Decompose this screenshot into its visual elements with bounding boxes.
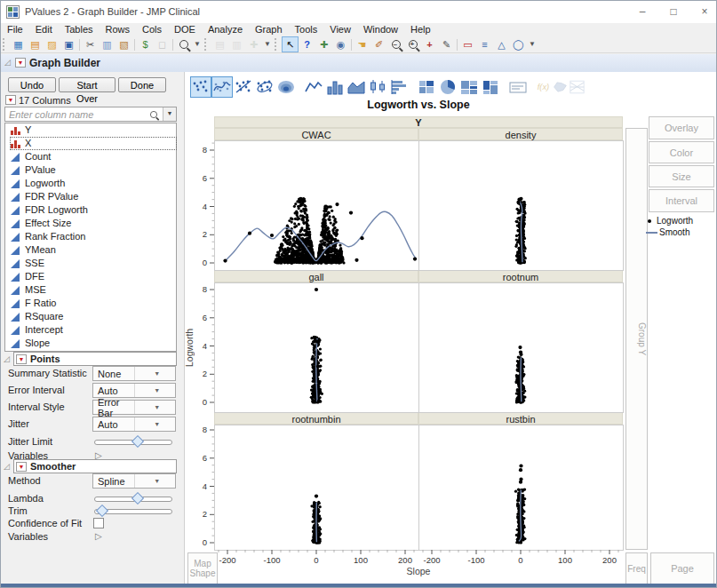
hand-icon[interactable]: ☚ xyxy=(354,36,370,52)
menu-tables[interactable]: Tables xyxy=(59,23,100,36)
close-button[interactable]: × xyxy=(689,1,717,23)
copy-icon[interactable]: ▥ xyxy=(99,36,116,52)
smoother-variables-disclosure-icon[interactable]: ▷ xyxy=(95,531,102,541)
line-element-icon[interactable] xyxy=(303,76,324,98)
box-plot-element-icon[interactable] xyxy=(367,76,388,98)
column-item-mse[interactable]: MSE xyxy=(10,283,177,297)
journal-icon[interactable]: ▤ xyxy=(27,36,44,52)
menu-window[interactable]: Window xyxy=(357,23,404,36)
column-item-x[interactable]: X xyxy=(10,137,177,150)
menu-analyze[interactable]: Analyze xyxy=(202,23,249,36)
overlay-dropzone[interactable]: Overlay xyxy=(649,116,714,139)
menu-tools[interactable]: Tools xyxy=(289,23,324,36)
brush-icon[interactable]: ✐ xyxy=(370,36,387,52)
more-icon[interactable]: ▼ xyxy=(262,36,273,52)
points-outline-icon[interactable]: ◿ xyxy=(4,354,10,363)
column-item-intercept[interactable]: Intercept xyxy=(10,323,177,337)
points-interval-style-select[interactable]: Error Bar▼ xyxy=(92,400,176,415)
column-item-fdr-pvalue[interactable]: FDR PValue xyxy=(10,190,177,203)
formula-element-icon[interactable]: f(x) xyxy=(535,76,552,98)
start-over-button[interactable]: Start Over xyxy=(59,77,116,92)
column-search-input[interactable] xyxy=(5,109,149,120)
column-item-ymean[interactable]: YMean xyxy=(10,243,177,257)
caption-box-element-icon[interactable] xyxy=(507,76,529,98)
column-item-logworth[interactable]: Logworth xyxy=(10,177,177,190)
column-item-pvalue[interactable]: PValue xyxy=(10,163,177,177)
globe-icon[interactable]: ◉ xyxy=(332,36,349,52)
smoother-red-triangle-icon[interactable]: ▼ xyxy=(16,462,27,472)
menu-view[interactable]: View xyxy=(323,23,357,36)
minimize-button[interactable]: – xyxy=(627,1,657,23)
bar-element-icon[interactable] xyxy=(324,76,346,98)
parallel-plot-element-icon[interactable] xyxy=(569,76,586,98)
freq-dropzone[interactable]: Freq xyxy=(625,552,648,584)
paste-icon[interactable]: ▧ xyxy=(116,36,132,52)
help-icon[interactable]: ? xyxy=(299,36,315,52)
ellipse-element-icon[interactable] xyxy=(254,76,275,98)
column-item-sse[interactable]: SSE xyxy=(10,257,177,270)
line-of-fit-element-icon[interactable] xyxy=(233,76,254,98)
column-item-slope[interactable]: Slope xyxy=(10,337,177,350)
search-dropdown-icon[interactable]: ▼ xyxy=(163,107,176,121)
smoother-method-select[interactable]: Spline▼ xyxy=(92,473,176,489)
smoother-confidence-of-fit-checkbox[interactable] xyxy=(93,518,104,528)
lock-icon[interactable]: ◻ xyxy=(154,36,171,52)
plus-icon[interactable]: + xyxy=(421,36,438,52)
red-triangle-menu-icon[interactable]: ▼ xyxy=(15,58,26,68)
search-icon[interactable] xyxy=(175,36,192,52)
plot-canvas[interactable]: 024680246802468-200-1000100200-200-10001… xyxy=(187,113,630,584)
open-icon[interactable]: ▨ xyxy=(44,36,60,52)
save-icon[interactable]: ▣ xyxy=(60,36,77,52)
contour-element-icon[interactable] xyxy=(275,76,297,98)
column-item-y[interactable]: Y xyxy=(10,123,177,137)
column-item-f-ratio[interactable]: F Ratio xyxy=(10,297,177,310)
smoother-outline-icon[interactable]: ◿ xyxy=(4,462,10,471)
maximize-button[interactable]: □ xyxy=(658,1,689,23)
outline-open-icon[interactable]: ◿ xyxy=(4,58,11,67)
cut-icon[interactable]: ✂ xyxy=(82,36,99,52)
save-journal-icon[interactable]: ▤ xyxy=(211,36,228,52)
column-item-rsquare[interactable]: RSquare xyxy=(10,310,177,323)
menu-rows[interactable]: Rows xyxy=(100,23,137,36)
points-element-icon[interactable] xyxy=(190,76,211,98)
arrow-icon[interactable]: ↖ xyxy=(282,36,299,52)
map-shape-dropzone[interactable]: Map Shape xyxy=(187,552,218,584)
column-item-effect-size[interactable]: Effect Size xyxy=(10,217,177,230)
copy-report-icon[interactable]: ▥ xyxy=(228,36,245,52)
annotate-oval-icon[interactable]: ◯ xyxy=(510,36,527,52)
menu-doe[interactable]: DOE xyxy=(168,23,202,36)
map-shapes-element-icon[interactable] xyxy=(552,76,569,98)
pencil-icon[interactable]: ✎ xyxy=(438,36,455,52)
excel-import-icon[interactable]: $ xyxy=(137,36,154,52)
more-icon[interactable]: ▼ xyxy=(527,36,538,52)
group-y-dropzone[interactable]: Group Y xyxy=(625,128,648,550)
annotate-shape-icon[interactable]: △ xyxy=(493,36,510,52)
done-button[interactable]: Done xyxy=(118,77,166,92)
area-element-icon[interactable] xyxy=(346,76,367,98)
heatmap-element-icon[interactable] xyxy=(416,76,437,98)
size-dropzone[interactable]: Size xyxy=(649,165,714,187)
zoom-out-icon[interactable]: – xyxy=(387,36,404,52)
points-summary-statistic-select[interactable]: None▼ xyxy=(92,366,176,381)
undo-button[interactable]: Undo xyxy=(8,77,56,92)
column-item-rank-fraction[interactable]: Rank Fraction xyxy=(10,230,177,243)
histogram-element-icon[interactable] xyxy=(388,76,410,98)
points-jitter-limit-slider[interactable] xyxy=(94,440,172,445)
smoother-trim-slider[interactable] xyxy=(94,509,172,514)
add-to-journal-icon[interactable]: ✚ xyxy=(245,36,262,52)
smoother-element-icon[interactable] xyxy=(211,76,233,98)
page-dropzone[interactable]: Page xyxy=(650,552,714,584)
mosaic-element-icon[interactable] xyxy=(480,76,501,98)
column-item-dfe[interactable]: DFE xyxy=(10,270,177,283)
pie-element-icon[interactable] xyxy=(437,76,458,98)
interval-dropzone[interactable]: Interval xyxy=(649,189,714,212)
menu-cols[interactable]: Cols xyxy=(136,23,168,36)
points-red-triangle-icon[interactable]: ▼ xyxy=(16,354,27,364)
legend-item-smooth[interactable]: Smooth xyxy=(646,226,715,238)
new-data-table-icon[interactable]: ▦ xyxy=(10,36,27,52)
smoother-lambda-slider[interactable] xyxy=(94,497,172,502)
menu-file[interactable]: File xyxy=(1,23,29,36)
treemap-element-icon[interactable] xyxy=(458,76,480,98)
legend-item-logworth[interactable]: Logworth xyxy=(646,215,715,226)
color-dropzone[interactable]: Color xyxy=(649,141,714,163)
